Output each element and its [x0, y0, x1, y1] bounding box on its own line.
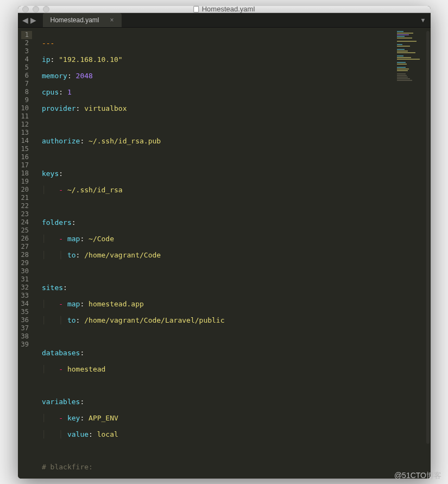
titlebar: Homestead.yaml [18, 6, 431, 13]
minimap[interactable] [397, 31, 424, 91]
tab-close-icon[interactable]: × [110, 16, 114, 24]
nav-arrows: ◀ ▶ [22, 16, 36, 24]
back-button[interactable]: ◀ [22, 16, 28, 24]
editor-area[interactable]: 1234567891011121314151617181920212223242… [18, 28, 431, 479]
zoom-icon[interactable] [43, 6, 49, 12]
watermark: @51CTO博客 [394, 471, 441, 481]
line-gutter: 1234567891011121314151617181920212223242… [18, 28, 37, 479]
scrollbar[interactable] [426, 31, 430, 444]
window-title: Homestead.yaml [193, 6, 255, 14]
tabbar: ◀ ▶ Homestead.yaml × ▼ [18, 13, 431, 28]
overflow-icon[interactable]: ▼ [420, 17, 426, 23]
forward-button[interactable]: ▶ [30, 16, 36, 24]
close-icon[interactable] [22, 6, 29, 12]
traffic-lights [22, 6, 49, 12]
tab-label: Homestead.yaml [51, 16, 99, 24]
title-text: Homestead.yaml [202, 6, 255, 14]
editor-window: Homestead.yaml ◀ ▶ Homestead.yaml × ▼ 12… [18, 6, 431, 479]
tab-homestead[interactable]: Homestead.yaml × [43, 13, 122, 27]
code-content[interactable]: --- ip: "192.168.10.10" memory: 2048 cpu… [37, 28, 229, 479]
document-icon [193, 6, 199, 12]
minimize-icon[interactable] [33, 6, 39, 12]
